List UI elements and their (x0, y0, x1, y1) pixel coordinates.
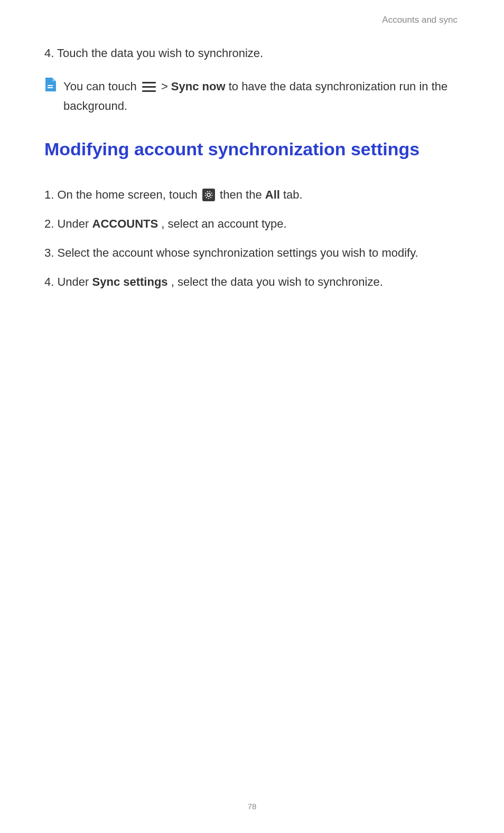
step-after-bold: , select the data you wish to synchroniz… (171, 275, 383, 288)
note-chevron: > (161, 80, 171, 93)
step-before-bold: Under (57, 275, 92, 288)
page-header: Accounts and sync (382, 15, 458, 25)
svg-rect-1 (48, 87, 53, 88)
step-text: Select the account whose synchronization… (57, 246, 418, 259)
step-number: 2. (44, 217, 54, 230)
step-bold: ACCOUNTS (92, 217, 158, 230)
section-title: Accounts and sync (382, 15, 458, 25)
note-document-icon (44, 78, 56, 91)
step-before-bold: Under (57, 217, 92, 230)
step-2: 2. Under ACCOUNTS , select an account ty… (44, 215, 458, 232)
step-bold: Sync settings (92, 275, 168, 288)
hamburger-menu-icon (142, 82, 156, 92)
step-before-icon: On the home screen, touch (57, 188, 201, 201)
svg-rect-0 (48, 85, 53, 86)
settings-gear-icon (202, 189, 215, 201)
step-number: 4. (44, 275, 54, 288)
step-after-bold: tab. (283, 188, 303, 201)
step-3: 3. Select the account whose synchronizat… (44, 244, 458, 261)
step-1: 1. On the home screen, touch then the Al… (44, 186, 458, 203)
step-number: 1. (44, 188, 54, 201)
step-after-bold: , select an account type. (161, 217, 286, 230)
step-after-icon: then the (220, 188, 265, 201)
page-number: 78 (0, 802, 504, 811)
intro-step-4: 4. Touch the data you wish to synchroniz… (44, 44, 458, 62)
step-4: 4. Under Sync settings , select the data… (44, 273, 458, 291)
svg-rect-2 (202, 189, 215, 201)
note-block: You can touch > Sync now to have the dat… (44, 77, 458, 116)
note-text: You can touch > Sync now to have the dat… (63, 77, 458, 116)
page-content: 4. Touch the data you wish to synchroniz… (44, 44, 458, 302)
note-before-icon: You can touch (63, 80, 140, 93)
section-heading: Modifying account synchronization settin… (44, 137, 458, 161)
step-number: 4. (44, 46, 54, 60)
note-bold-label: Sync now (171, 80, 226, 93)
step-number: 3. (44, 246, 54, 259)
step-bold: All (265, 188, 280, 201)
step-text: Touch the data you wish to synchronize. (57, 46, 263, 60)
